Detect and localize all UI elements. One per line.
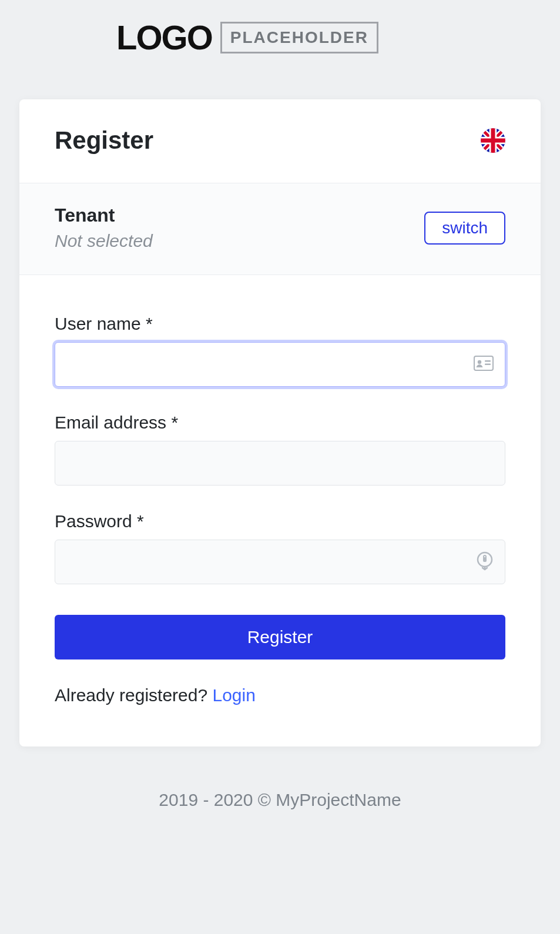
username-input[interactable] [55,342,505,387]
page-title: Register [55,126,153,155]
language-flag-icon[interactable] [481,128,505,153]
switch-tenant-button[interactable]: switch [424,212,505,245]
svg-point-3 [478,360,481,364]
id-card-icon [474,356,494,373]
svg-rect-4 [485,360,491,362]
password-label: Password * [55,511,505,531]
tenant-value: Not selected [55,231,153,251]
username-label: User name * [55,314,505,334]
svg-rect-5 [485,364,491,366]
register-button[interactable]: Register [55,615,505,660]
register-card: Register Tenant Not selected [19,99,541,746]
password-lock-icon [476,551,494,573]
svg-rect-8 [484,555,486,558]
tenant-section: Tenant Not selected switch [19,183,541,275]
login-link[interactable]: Login [212,685,255,705]
footer-text: 2019 - 2020 © MyProjectName [19,746,541,863]
already-registered-text: Already registered? [55,685,212,705]
logo: LOGO PLACEHOLDER [116,18,541,57]
logo-text: LOGO [116,18,212,57]
tenant-label: Tenant [55,205,153,226]
email-input[interactable] [55,441,505,486]
email-label: Email address * [55,413,505,433]
svg-rect-2 [474,356,493,370]
password-input[interactable] [55,540,505,584]
logo-placeholder-box: PLACEHOLDER [220,22,378,53]
